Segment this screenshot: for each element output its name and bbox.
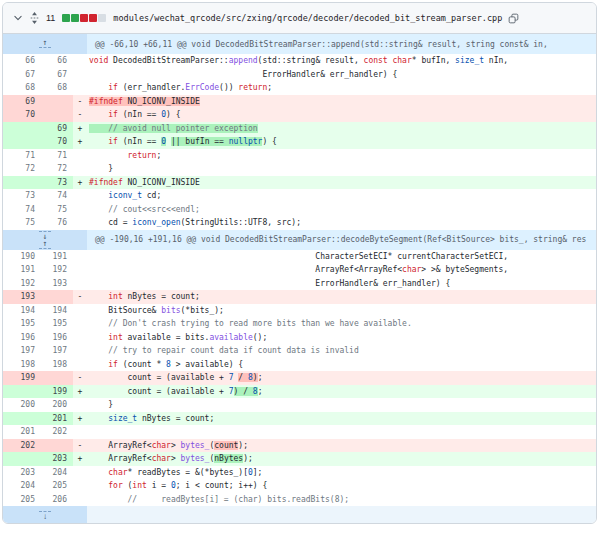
old-line-number[interactable]: 195 — [3, 317, 41, 331]
old-line-number[interactable]: 73 — [3, 189, 41, 203]
old-line-number[interactable]: 196 — [3, 331, 41, 345]
old-line-number[interactable] — [3, 452, 41, 466]
new-line-number[interactable]: 199 — [41, 385, 73, 399]
code-line: // readBytes[i] = (char) bits.readBits(8… — [87, 493, 596, 507]
new-line-number[interactable]: 76 — [41, 216, 73, 230]
new-line-number[interactable]: 204 — [41, 466, 73, 480]
new-line-number[interactable]: 72 — [41, 162, 73, 176]
new-line-number[interactable]: 74 — [41, 189, 73, 203]
code-line: iconv_t cd; — [87, 189, 596, 203]
expand-up-button[interactable]: ↑ — [3, 34, 87, 54]
old-line-number[interactable]: 203 — [3, 466, 41, 480]
diff-marker: + — [73, 385, 87, 399]
new-line-number[interactable]: 203 — [41, 452, 73, 466]
new-line-number[interactable]: 197 — [41, 344, 73, 358]
code-line: ArrayRef<char> bytes_(nBytes); — [87, 452, 596, 466]
old-line-number[interactable]: 190 — [3, 250, 41, 264]
new-line-number[interactable]: 202 — [41, 425, 73, 439]
old-line-number[interactable]: 198 — [3, 358, 41, 372]
old-line-number[interactable]: 71 — [3, 149, 41, 163]
old-line-number[interactable]: 68 — [3, 81, 41, 95]
new-line-number[interactable] — [41, 439, 73, 453]
file-path[interactable]: modules/wechat_qrcode/src/zxing/qrcode/d… — [113, 13, 502, 23]
new-line-number[interactable]: 193 — [41, 277, 73, 291]
old-line-number[interactable]: 67 — [3, 68, 41, 82]
new-line-number[interactable]: 194 — [41, 304, 73, 318]
changes-count: 11 — [46, 13, 55, 23]
code-line: if (nIn == 0 || bufIn == nullptr) { — [87, 135, 596, 149]
old-line-number[interactable]: 201 — [3, 425, 41, 439]
new-line-number[interactable]: 195 — [41, 317, 73, 331]
diff-row: 73+#ifndef NO_ICONV_INSIDE — [3, 176, 596, 190]
new-line-number[interactable]: 69 — [41, 122, 73, 136]
code-line: #ifndef NO_ICONV_INSIDE — [87, 176, 596, 190]
dash-line — [39, 248, 51, 249]
old-line-number[interactable]: 70 — [3, 108, 41, 122]
diff-row: 195195 // Don't crash trying to read mor… — [3, 317, 596, 331]
diff-row: 193- int nBytes = count; — [3, 290, 596, 304]
new-line-number[interactable] — [41, 290, 73, 304]
unfold-button[interactable] — [30, 12, 39, 24]
new-line-number[interactable]: 71 — [41, 149, 73, 163]
new-line-number[interactable] — [41, 108, 73, 122]
new-line-number[interactable]: 192 — [41, 263, 73, 277]
expand-down-button[interactable]: ↓ — [3, 506, 87, 523]
new-line-number[interactable] — [41, 371, 73, 385]
old-line-number[interactable]: 191 — [3, 263, 41, 277]
expand-down-button[interactable]: ↓ — [3, 230, 87, 240]
code-line: ArrayRef<char> bytes_(count); — [87, 439, 596, 453]
old-line-number[interactable]: 72 — [3, 162, 41, 176]
old-line-number[interactable]: 197 — [3, 344, 41, 358]
diffstat-square-del — [89, 14, 97, 22]
copy-path-button[interactable] — [508, 13, 519, 24]
old-line-number[interactable] — [3, 412, 41, 426]
old-line-number[interactable]: 200 — [3, 398, 41, 412]
old-line-number[interactable]: 69 — [3, 95, 41, 109]
diff-marker — [73, 189, 87, 203]
old-line-number[interactable] — [3, 122, 41, 136]
new-line-number[interactable]: 73 — [41, 176, 73, 190]
new-line-number[interactable]: 196 — [41, 331, 73, 345]
new-line-number[interactable]: 198 — [41, 358, 73, 372]
old-line-number[interactable]: 204 — [3, 479, 41, 493]
old-line-number[interactable]: 199 — [3, 371, 41, 385]
old-line-number[interactable]: 66 — [3, 54, 41, 68]
old-line-number[interactable]: 75 — [3, 216, 41, 230]
dash-line — [39, 47, 51, 48]
diff-marker — [73, 466, 87, 480]
diff-marker: - — [73, 439, 87, 453]
new-line-number[interactable] — [41, 95, 73, 109]
new-line-number[interactable]: 68 — [41, 81, 73, 95]
old-line-number[interactable]: 74 — [3, 203, 41, 217]
new-line-number[interactable]: 206 — [41, 493, 73, 507]
old-line-number[interactable]: 202 — [3, 439, 41, 453]
code-line: ErrorHandler& err_handler) { — [87, 68, 596, 82]
new-line-number[interactable]: 70 — [41, 135, 73, 149]
diff-marker — [73, 162, 87, 176]
new-line-number[interactable]: 75 — [41, 203, 73, 217]
new-line-number[interactable]: 205 — [41, 479, 73, 493]
diffstat-square-del — [80, 14, 88, 22]
diff-row: 7272 } — [3, 162, 596, 176]
diff-marker — [73, 68, 87, 82]
code-line: BitSource& bits(*bits_); — [87, 304, 596, 318]
old-line-number[interactable]: 205 — [3, 493, 41, 507]
diff-row: 203+ ArrayRef<char> bytes_(nBytes); — [3, 452, 596, 466]
expand-up-button[interactable]: ↑ — [3, 240, 87, 250]
diff-row: 7171 return; — [3, 149, 596, 163]
diff-marker: + — [73, 122, 87, 136]
new-line-number[interactable]: 200 — [41, 398, 73, 412]
hunk-header-text: @@ -66,10 +66,11 @@ void DecodedBitStrea… — [87, 34, 596, 54]
old-line-number[interactable]: 194 — [3, 304, 41, 318]
new-line-number[interactable]: 66 — [41, 54, 73, 68]
old-line-number[interactable] — [3, 176, 41, 190]
new-line-number[interactable]: 67 — [41, 68, 73, 82]
code-line: // Don't crash trying to read more bits … — [87, 317, 596, 331]
old-line-number[interactable]: 193 — [3, 290, 41, 304]
new-line-number[interactable]: 191 — [41, 250, 73, 264]
collapse-file-button[interactable] — [13, 13, 23, 23]
old-line-number[interactable]: 192 — [3, 277, 41, 291]
old-line-number[interactable] — [3, 385, 41, 399]
old-line-number[interactable] — [3, 135, 41, 149]
new-line-number[interactable]: 201 — [41, 412, 73, 426]
